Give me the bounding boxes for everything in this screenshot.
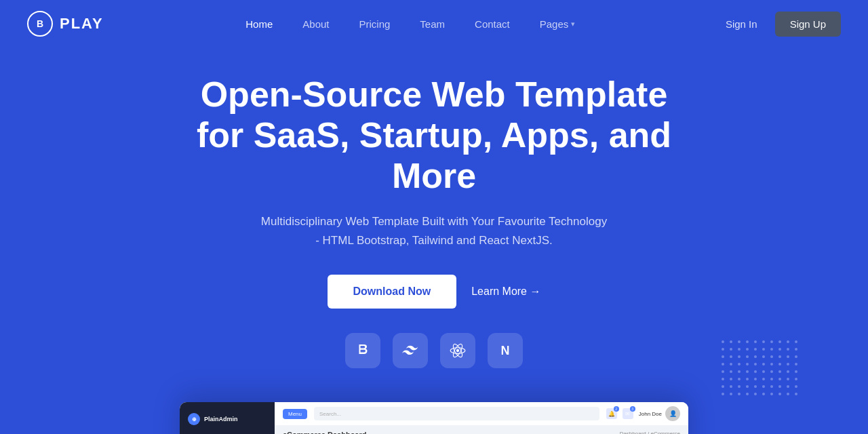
- svg-point-74: [722, 393, 724, 395]
- svg-point-21: [778, 348, 781, 351]
- download-now-button[interactable]: Download Now: [328, 275, 457, 309]
- nav-link-about[interactable]: About: [289, 13, 342, 35]
- notification-badge: 2: [614, 406, 619, 412]
- signin-button[interactable]: Sign In: [717, 13, 766, 35]
- svg-point-61: [778, 378, 781, 380]
- svg-point-4: [722, 340, 724, 343]
- nav-item-contact[interactable]: Contact: [461, 13, 524, 35]
- svg-point-38: [754, 363, 757, 366]
- svg-point-13: [795, 340, 797, 343]
- dots-decoration-right: [719, 338, 800, 402]
- nav-item-pages[interactable]: Pages ▾: [526, 13, 589, 35]
- preview-page-header: eCommerce Dashboard Dashboard / eCommerc…: [275, 425, 688, 434]
- svg-point-11: [778, 340, 781, 343]
- svg-point-49: [762, 370, 765, 373]
- navbar: B PLAY Home About Pricing Team Contact P…: [0, 0, 868, 47]
- svg-point-33: [795, 355, 797, 358]
- svg-point-6: [738, 340, 741, 343]
- nav-actions: Sign In Sign Up: [717, 12, 841, 37]
- preview-sidebar: ⊕ PlainAdmin Dashboard eCommerce: [180, 402, 275, 434]
- hero-title: Open-Source Web Template for SaaS, Start…: [180, 75, 688, 196]
- svg-point-62: [787, 378, 789, 380]
- svg-point-10: [770, 340, 773, 343]
- svg-point-22: [787, 348, 789, 351]
- preview-sidebar-brand: PlainAdmin: [204, 416, 238, 422]
- svg-point-46: [738, 370, 741, 373]
- svg-point-73: [795, 385, 797, 388]
- svg-point-54: [722, 378, 724, 380]
- nav-link-pricing[interactable]: Pricing: [346, 13, 404, 35]
- svg-point-27: [746, 355, 749, 358]
- bootstrap-icon: [345, 333, 380, 368]
- nav-link-team[interactable]: Team: [406, 13, 458, 35]
- learn-more-button[interactable]: Learn More →: [471, 285, 540, 298]
- nav-item-team[interactable]: Team: [406, 13, 458, 35]
- svg-point-69: [762, 385, 765, 388]
- preview-mail-icon: ✉ 3: [623, 408, 633, 419]
- svg-point-78: [754, 393, 757, 395]
- tailwind-icon: [393, 333, 428, 368]
- svg-point-52: [787, 370, 789, 373]
- svg-point-15: [730, 348, 732, 351]
- svg-point-45: [730, 370, 732, 373]
- svg-point-67: [746, 385, 749, 388]
- chevron-down-icon: ▾: [571, 20, 575, 28]
- signup-button[interactable]: Sign Up: [775, 12, 841, 37]
- preview-avatar: 👤: [665, 406, 680, 421]
- svg-point-81: [778, 393, 781, 395]
- svg-point-59: [762, 378, 765, 380]
- svg-point-39: [762, 363, 765, 366]
- svg-point-66: [738, 385, 741, 388]
- svg-point-42: [787, 363, 789, 366]
- svg-point-41: [778, 363, 781, 366]
- preview-notification-bell: 🔔 2: [606, 408, 617, 419]
- nav-item-pricing[interactable]: Pricing: [346, 13, 404, 35]
- nav-link-pages[interactable]: Pages ▾: [526, 13, 589, 35]
- brand-name: PLAY: [60, 15, 104, 33]
- brand-logo-link[interactable]: B PLAY: [27, 11, 104, 37]
- dashboard-window: ⊕ PlainAdmin Dashboard eCommerce Menu: [180, 402, 688, 434]
- preview-breadcrumb: Dashboard / eCommerce: [620, 431, 680, 434]
- preview-search-bar: Search...: [314, 407, 599, 420]
- svg-point-19: [762, 348, 765, 351]
- nav-item-home[interactable]: Home: [232, 13, 286, 35]
- svg-point-44: [722, 370, 724, 373]
- svg-point-82: [787, 393, 789, 395]
- svg-point-36: [738, 363, 741, 366]
- svg-point-47: [746, 370, 749, 373]
- svg-point-30: [770, 355, 773, 358]
- svg-point-65: [730, 385, 732, 388]
- svg-point-79: [762, 393, 765, 395]
- svg-point-83: [795, 393, 797, 395]
- tech-icons-row: N: [345, 333, 523, 368]
- svg-point-56: [738, 378, 741, 380]
- svg-point-48: [754, 370, 757, 373]
- svg-point-24: [722, 355, 724, 358]
- svg-point-53: [795, 370, 797, 373]
- svg-point-7: [746, 340, 749, 343]
- preview-sidebar-logo: ⊕: [188, 413, 200, 425]
- preview-topbar-actions: 🔔 2 ✉ 3 John Doe 👤: [606, 406, 680, 421]
- preview-main-panel: Menu Search... 🔔 2 ✉ 3: [275, 402, 688, 434]
- nav-item-about[interactable]: About: [289, 13, 342, 35]
- svg-point-23: [795, 348, 797, 351]
- svg-point-20: [770, 348, 773, 351]
- svg-point-17: [746, 348, 749, 351]
- hero-buttons: Download Now Learn More →: [328, 275, 541, 309]
- svg-point-80: [770, 393, 773, 395]
- svg-point-72: [787, 385, 789, 388]
- svg-point-60: [770, 378, 773, 380]
- svg-point-35: [730, 363, 732, 366]
- nav-link-home[interactable]: Home: [232, 13, 286, 35]
- nav-link-contact[interactable]: Contact: [461, 13, 524, 35]
- preview-user-info: John Doe 👤: [639, 406, 680, 421]
- svg-point-77: [746, 393, 749, 395]
- svg-point-76: [738, 393, 741, 395]
- svg-point-51: [778, 370, 781, 373]
- nextjs-icon: N: [488, 333, 523, 368]
- svg-point-14: [722, 348, 724, 351]
- svg-point-34: [722, 363, 724, 366]
- svg-point-68: [754, 385, 757, 388]
- svg-point-25: [730, 355, 732, 358]
- svg-point-29: [762, 355, 765, 358]
